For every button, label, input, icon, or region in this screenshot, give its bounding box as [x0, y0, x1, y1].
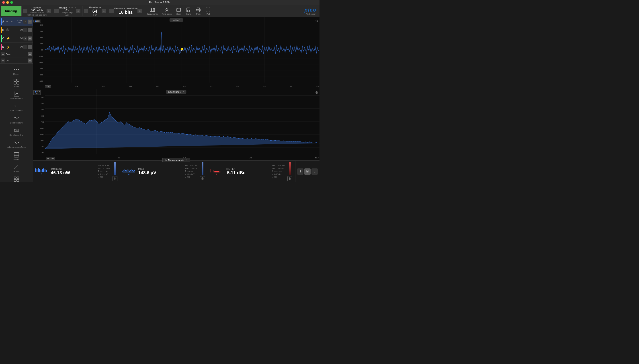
scope1-x-02: 0.2	[236, 85, 239, 88]
channel-d-flash-icon[interactable]: ⚡	[6, 45, 20, 49]
instruments-button[interactable]: Instruments	[146, 7, 159, 16]
svg-point-6	[18, 69, 19, 70]
tool-serial-decoding[interactable]: 1101 Serial decoding	[1, 126, 32, 138]
channel-b-info-icon[interactable]: ⓘ	[6, 28, 20, 32]
svg-rect-55	[37, 169, 38, 172]
gen-minus-button[interactable]: −	[1, 52, 5, 56]
tool-more[interactable]: More...	[1, 65, 32, 77]
channel-c-flash-icon[interactable]: ⚡	[6, 37, 20, 40]
scope1-x-axis: -0.5s -0.4 -0.3 -0.2 -0.1 0.0 0.1 0.2 0.…	[44, 85, 319, 88]
size-l-button[interactable]: L	[311, 168, 318, 175]
scope1-x-m03: -0.3	[102, 85, 105, 88]
math-channels-icon: Σ	[13, 103, 20, 109]
gen-plus-button-1[interactable]: +	[28, 52, 32, 56]
channel-c-minus-button[interactable]: −	[23, 36, 27, 40]
auto-setup-button[interactable]: Auto setup	[161, 7, 173, 16]
total-power-channel: A	[41, 173, 42, 176]
tools-sidebar: More... Views	[0, 64, 33, 182]
channel-c-plus-button[interactable]: +	[28, 36, 32, 40]
tool-measurements-label: Measurements	[10, 98, 23, 100]
more-icon	[13, 66, 20, 72]
pico-brand: pico	[305, 7, 316, 13]
thd-icon	[210, 167, 223, 173]
channel-a-range: ±100 mV	[16, 19, 23, 24]
tool-reference-waveforms[interactable]: Reference waveforms	[1, 138, 32, 150]
full-button[interactable]: Full	[204, 7, 212, 16]
open-icon	[176, 7, 181, 12]
gen-off-minus-button[interactable]: −	[1, 58, 5, 62]
scope1-y-m60: -60.0	[33, 68, 44, 70]
minimize-button[interactable]	[6, 1, 9, 4]
scope1-y-20: 20.0	[33, 43, 44, 45]
channel-d-minus-button[interactable]: −	[23, 45, 27, 49]
scope-minus-button[interactable]: −	[23, 9, 27, 13]
scope-plus-button[interactable]: +	[47, 9, 51, 13]
mean-bar	[202, 162, 203, 175]
maximize-button[interactable]	[10, 1, 13, 4]
waveform-plus-button[interactable]: +	[102, 9, 106, 13]
full-label: Full	[206, 13, 210, 15]
channel-c-name: C	[2, 37, 6, 40]
size-s-button[interactable]: S	[297, 168, 303, 175]
mean-delete-button[interactable]: 🗑	[200, 176, 205, 181]
tool-rulers[interactable]: Rulers	[1, 162, 32, 174]
mean-channel: A	[128, 173, 130, 176]
tool-more-label: More...	[13, 73, 19, 76]
run-button[interactable]: Running	[1, 6, 21, 16]
trigger-plus-button[interactable]: +	[76, 9, 80, 13]
scope1-x-05: 0.5	[316, 85, 319, 88]
print-button[interactable]: Print	[194, 7, 202, 16]
svg-rect-65	[213, 170, 214, 172]
open-button[interactable]: Open	[175, 7, 183, 16]
channel-b-minus-button[interactable]: −	[23, 28, 27, 32]
tool-views[interactable]: Views	[1, 77, 32, 89]
window-controls[interactable]	[2, 1, 13, 4]
scope1-x-m01: -0.1	[156, 85, 159, 88]
channel-a-minus-button[interactable]: −	[23, 20, 27, 24]
auto-setup-label: Auto setup	[162, 13, 171, 15]
tool-math-channels[interactable]: Σ Math channels	[1, 102, 32, 113]
thd-delete-button[interactable]: 🗑	[287, 176, 292, 181]
tool-actions[interactable]: Actions	[1, 175, 32, 182]
close-button[interactable]	[2, 1, 5, 4]
hardware-plus-button[interactable]: +	[137, 9, 142, 13]
svg-point-5	[16, 69, 17, 70]
spectrum1-y-m120: -120.	[33, 152, 45, 154]
save-label: Save	[186, 13, 191, 15]
channel-d-plus-button[interactable]: +	[28, 45, 32, 49]
svg-rect-2	[153, 8, 155, 12]
channel-b-plus-button[interactable]: +	[28, 28, 32, 32]
size-m-button[interactable]: M	[304, 168, 311, 175]
hardware-control: Hardware resolution 16 bits	[114, 7, 137, 15]
spectrum1-y-m60: -60.0	[33, 115, 45, 117]
tool-serial-decoding-label: Serial decoding	[9, 134, 23, 136]
waveform-minus-button[interactable]: −	[84, 9, 88, 13]
tool-deepmeasure[interactable]: DeepMeasure	[1, 114, 32, 126]
svg-rect-0	[150, 8, 151, 12]
svg-rect-72	[221, 172, 221, 172]
gen-row-1: − Gen +	[0, 51, 33, 58]
gen-plus-button-2[interactable]: +	[28, 58, 32, 62]
spectrum1-y-m80: -80.0	[33, 127, 45, 129]
waveform-value: 64	[92, 9, 97, 14]
spectrum1-close-button[interactable]: ✕	[182, 90, 184, 93]
svg-rect-56	[38, 168, 39, 172]
tool-rulers-label: Rulers	[13, 170, 19, 173]
tool-masks-label: Masks	[13, 158, 19, 161]
thd-value: -5.11 dBc	[226, 170, 271, 175]
measurements-close-button[interactable]: ✕	[186, 159, 188, 162]
channel-b-color	[1, 27, 2, 33]
gen-row-2: − Off +	[0, 58, 33, 64]
save-button[interactable]: Save	[184, 7, 192, 16]
tool-reference-waveforms-label: Reference waveforms	[7, 146, 26, 149]
tool-masks[interactable]: Masks	[1, 150, 32, 162]
hardware-minus-button[interactable]: −	[109, 9, 114, 13]
scope-samples: Samples 100 kS	[30, 12, 44, 14]
channel-a-plus-button[interactable]: +	[28, 20, 32, 24]
tool-measurements[interactable]: Measurements	[1, 90, 32, 101]
spectrum-1-panel: ◀-20.0 dBu -30.0 -40.0 -50.0 -60.0 -70.0…	[33, 89, 319, 161]
trigger-minus-button[interactable]: −	[54, 9, 59, 13]
spectrum1-y-m90: -90.0	[33, 133, 45, 135]
scope1-x-badge: -0.5s	[45, 86, 51, 88]
total-power-delete-button[interactable]: 🗑	[113, 176, 117, 181]
